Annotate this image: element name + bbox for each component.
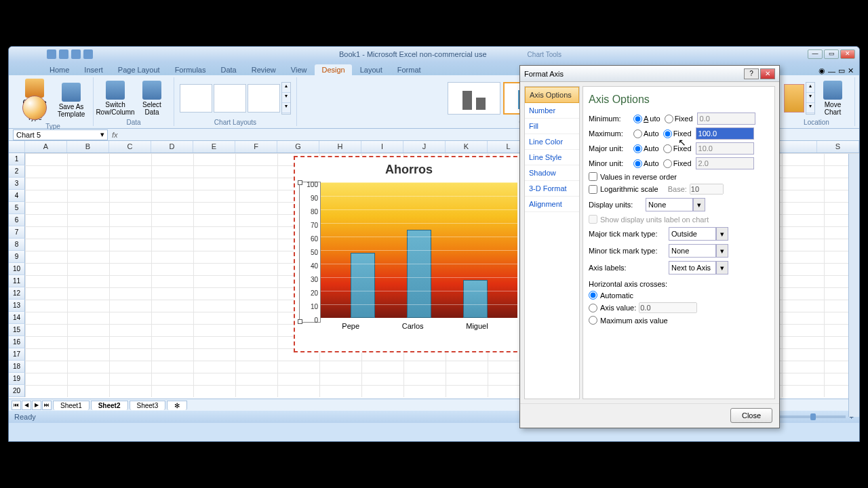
chart-title[interactable]: Ahorros: [295, 157, 523, 182]
group-layouts: Chart Layouts: [214, 119, 256, 126]
title-bar: Book1 - Microsoft Excel non-commercial u…: [9, 47, 859, 62]
nav-3d-format[interactable]: 3-D Format: [525, 181, 579, 197]
max-fixed-radio[interactable]: Fixed: [663, 129, 692, 138]
tab-formulas[interactable]: Formulas: [168, 64, 213, 75]
hcross-label: Horizontal axis crosses:: [589, 280, 769, 288]
nav-axis-options[interactable]: Axis Options: [525, 87, 579, 103]
min-value-input[interactable]: [697, 113, 755, 125]
min-label: Minimum:: [589, 115, 629, 123]
minor-fixed-radio[interactable]: Fixed: [663, 159, 692, 168]
tab-view[interactable]: View: [284, 64, 314, 75]
display-units-label: Display units:: [589, 201, 642, 209]
tab-format[interactable]: Format: [391, 64, 428, 75]
group-location: Location: [804, 119, 829, 126]
style-nav[interactable]: ▴▾▾: [806, 82, 815, 115]
select-data-button[interactable]: Select Data: [136, 79, 168, 117]
tab-nav[interactable]: ⏮◀▶⏭: [12, 401, 52, 410]
tab-insert[interactable]: Insert: [77, 64, 110, 75]
cross-auto-radio[interactable]: Automatic: [589, 291, 769, 300]
dialog-title-bar[interactable]: Format Axis ? ✕: [520, 66, 779, 82]
zoom-slider[interactable]: [778, 415, 846, 418]
dialog-nav: Axis Options Number Fill Line Color Line…: [524, 86, 580, 399]
nav-alignment[interactable]: Alignment: [525, 197, 579, 212]
minimize-button[interactable]: —: [808, 49, 823, 59]
plot-area[interactable]: [321, 182, 517, 318]
minor-value-input[interactable]: [696, 157, 754, 169]
tab-pagelayout[interactable]: Page Layout: [111, 64, 167, 75]
switch-row-col-button[interactable]: Switch Row/Column: [99, 79, 132, 117]
major-tick-label: Major tick mark type:: [589, 230, 665, 238]
new-sheet-tab[interactable]: ✻: [167, 401, 187, 410]
min-auto-radio[interactable]: AAutouto: [633, 115, 660, 123]
major-label: Major unit:: [589, 144, 629, 152]
move-chart-button[interactable]: Move Chart: [816, 79, 849, 117]
save-template-button[interactable]: Save As Template: [55, 81, 87, 119]
embedded-chart[interactable]: Ahorros 0102030405060708090100 PepeCarlo…: [294, 156, 524, 352]
fx-icon[interactable]: fx: [112, 131, 118, 139]
dialog-content: Axis Options Minimum: AAutouto Fixed Max…: [583, 86, 775, 399]
sheet-tab-3[interactable]: Sheet3: [130, 401, 166, 410]
major-auto-radio[interactable]: Auto: [633, 144, 659, 153]
minor-auto-radio[interactable]: Auto: [633, 159, 659, 168]
nav-shadow[interactable]: Shadow: [525, 165, 579, 181]
major-tick-select[interactable]: ▾: [669, 227, 728, 241]
doc-restore[interactable]: ▭: [838, 66, 845, 75]
y-axis-labels: 0102030405060708090100: [300, 184, 318, 320]
dialog-help-button[interactable]: ?: [744, 68, 759, 79]
name-box[interactable]: Chart 5▾: [13, 129, 108, 140]
layout-thumb[interactable]: [214, 84, 246, 113]
chart-layouts-gallery[interactable]: ▴▾▾: [180, 77, 291, 119]
show-units-checkbox: Show display units label on chart: [589, 215, 769, 224]
x-axis-labels: PepeCarlosMiguel: [295, 318, 523, 330]
window-title: Book1 - Microsoft Excel non-commercial u…: [93, 50, 808, 58]
max-auto-radio[interactable]: Auto: [633, 129, 659, 138]
minor-tick-label: Minor tick mark type:: [589, 247, 665, 255]
axis-labels-select[interactable]: ▾: [669, 261, 728, 274]
dialog-title: Format Axis: [524, 70, 564, 78]
axis-labels-label: Axis labels:: [589, 264, 665, 272]
tab-data[interactable]: Data: [214, 64, 243, 75]
maximize-button[interactable]: ▭: [824, 49, 839, 59]
layout-nav[interactable]: ▴▾▾: [281, 82, 291, 115]
nav-number[interactable]: Number: [525, 103, 579, 119]
close-button[interactable]: ✕: [840, 49, 855, 59]
sheet-tab-2[interactable]: Sheet2: [91, 401, 128, 410]
max-value-input[interactable]: [696, 127, 754, 140]
help-icon[interactable]: ◉: [818, 66, 825, 75]
display-units-select[interactable]: ▾: [646, 198, 705, 211]
minor-label: Minor unit:: [589, 159, 629, 167]
nav-line-color[interactable]: Line Color: [525, 134, 579, 150]
group-data: Data: [126, 119, 140, 126]
nav-line-style[interactable]: Line Style: [525, 150, 579, 165]
quick-access[interactable]: [47, 49, 93, 59]
dialog-heading: Axis Options: [589, 94, 769, 106]
minor-tick-select[interactable]: ▾: [669, 244, 728, 258]
log-scale-checkbox[interactable]: Logarithmic scale Base:: [589, 184, 769, 195]
sheet-tab-1[interactable]: Sheet1: [53, 401, 90, 410]
reverse-order-checkbox[interactable]: Values in reverse order: [589, 172, 769, 181]
dialog-close-button[interactable]: ✕: [760, 68, 775, 79]
layout-thumb[interactable]: [248, 84, 280, 113]
style-thumb[interactable]: [448, 82, 500, 115]
doc-close[interactable]: ✕: [848, 66, 854, 75]
min-fixed-radio[interactable]: Fixed: [665, 115, 693, 123]
layout-thumb[interactable]: [180, 84, 212, 113]
status-ready: Ready: [14, 413, 36, 421]
cross-value-radio[interactable]: Axis value:: [589, 302, 769, 313]
tab-layout[interactable]: Layout: [353, 64, 389, 75]
tab-home[interactable]: Home: [43, 64, 76, 75]
format-axis-dialog: Format Axis ? ✕ Axis Options Number Fill…: [519, 65, 780, 428]
tab-design[interactable]: Design: [315, 64, 351, 75]
row-headers[interactable]: 1234567891011121314151617181920: [9, 153, 25, 397]
vertical-scrollbar[interactable]: [848, 154, 859, 417]
major-value-input[interactable]: [696, 142, 754, 155]
cross-max-radio[interactable]: Maximum axis value: [589, 316, 769, 325]
office-button[interactable]: [22, 96, 47, 120]
tab-review[interactable]: Review: [245, 64, 283, 75]
max-label: Maximum:: [589, 129, 629, 138]
doc-minimize[interactable]: —: [828, 67, 835, 75]
close-button[interactable]: Close: [730, 408, 772, 423]
major-fixed-radio[interactable]: Fixed: [663, 144, 692, 153]
nav-fill[interactable]: Fill: [525, 119, 579, 134]
